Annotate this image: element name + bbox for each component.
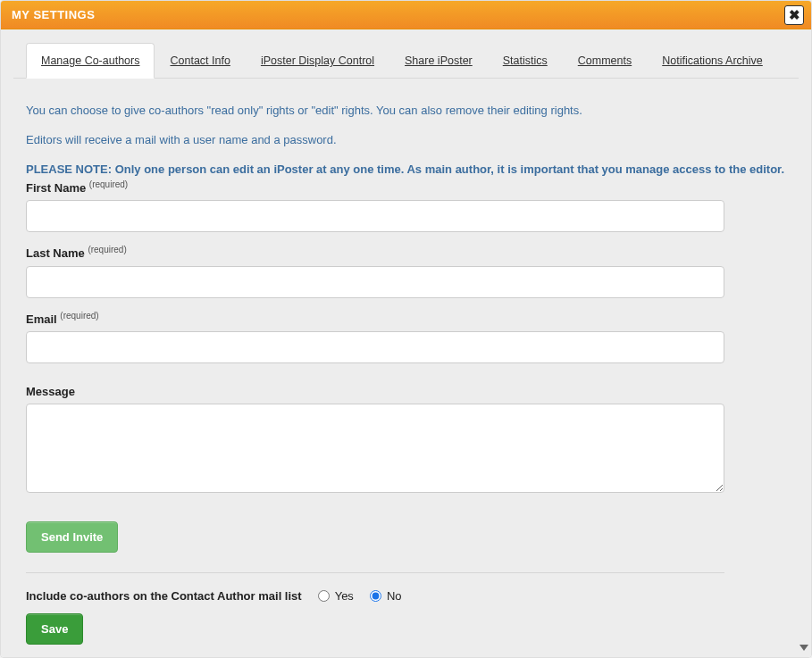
field-email: Email (required) [26,311,786,363]
info-text-1: You can choose to give co-authors "read … [26,102,786,121]
divider [26,572,724,573]
tab-bar: Manage Co-authors Contact Info iPoster D… [13,42,799,79]
first-name-input[interactable] [26,200,724,232]
tab-statistics[interactable]: Statistics [488,43,563,79]
tab-label: Notifications Archive [662,54,763,67]
tab-label: Statistics [503,54,548,67]
tab-contact-info[interactable]: Contact Info [155,43,245,79]
tab-label: Manage Co-authors [41,54,139,67]
tab-manage-co-authors[interactable]: Manage Co-authors [26,43,155,79]
email-label: Email (required) [26,311,786,326]
send-invite-button[interactable]: Send Invite [26,521,118,553]
tab-label: Share iPoster [405,54,473,67]
include-no-option[interactable]: No [370,589,402,603]
dialog-title: MY SETTINGS [12,8,95,21]
message-textarea[interactable] [26,404,724,493]
field-first-name: First Name (required) [26,179,786,232]
required-indicator: (required) [89,179,128,189]
include-coauthors-label: Include co-authors on the Contact Author… [26,589,302,603]
tab-notifications-archive[interactable]: Notifications Archive [647,43,778,79]
first-name-label: First Name (required) [26,179,786,195]
field-message: Message [26,385,786,496]
last-name-label: Last Name (required) [26,245,786,260]
include-no-label: No [387,589,402,603]
include-yes-label: Yes [335,589,354,603]
tab-comments[interactable]: Comments [563,43,647,79]
include-no-radio[interactable] [370,590,381,602]
dialog-body[interactable]: Manage Co-authors Contact Info iPoster D… [1,29,811,657]
tab-label: Contact Info [170,54,230,67]
close-button[interactable]: ✖ [784,5,804,25]
settings-dialog: MY SETTINGS ✖ Manage Co-authors Contact … [0,0,812,658]
required-indicator: (required) [88,245,126,254]
tab-label: Comments [578,54,632,67]
save-button[interactable]: Save [26,613,83,645]
tab-content: You can choose to give co-authors "read … [13,79,799,657]
email-input[interactable] [26,331,724,363]
info-note: PLEASE NOTE: Only one person can edit an… [26,161,786,179]
dialog-titlebar: MY SETTINGS ✖ [1,1,811,29]
svg-marker-0 [799,645,808,651]
include-coauthors-row: Include co-authors on the Contact Author… [26,589,786,603]
tab-iposter-display-control[interactable]: iPoster Display Control [246,43,389,79]
required-indicator: (required) [60,311,98,321]
dropdown-caret-icon [799,639,808,655]
field-last-name: Last Name (required) [26,245,786,297]
tab-label: iPoster Display Control [261,54,374,67]
include-yes-option[interactable]: Yes [318,589,354,603]
message-label: Message [26,385,786,398]
info-text-2: Editors will receive a mail with a user … [26,131,786,150]
close-icon: ✖ [789,7,800,23]
last-name-input[interactable] [26,266,724,298]
tab-share-iposter[interactable]: Share iPoster [389,43,488,79]
include-yes-radio[interactable] [318,590,330,602]
